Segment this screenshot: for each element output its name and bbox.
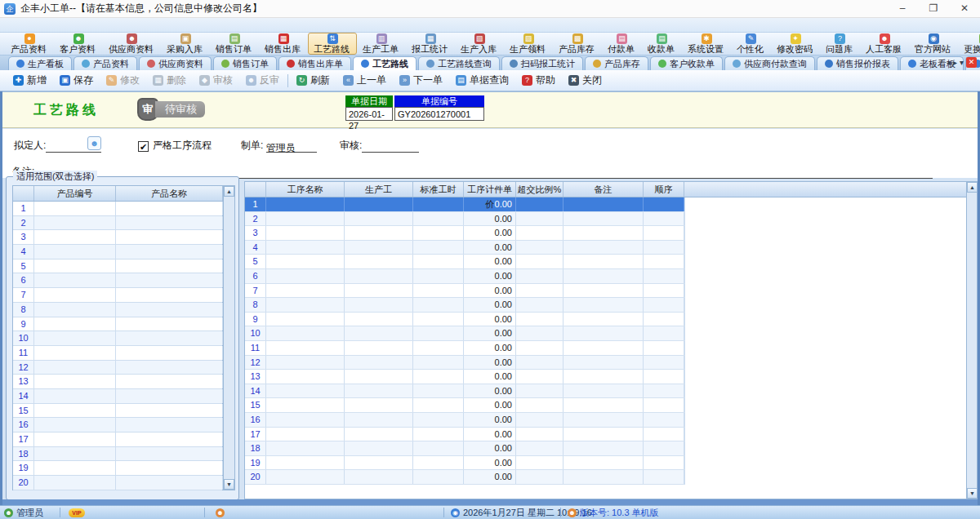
product-code-cell[interactable] (34, 447, 116, 461)
proc-name-cell[interactable] (266, 441, 345, 455)
product-name-cell[interactable] (116, 346, 223, 360)
person-picker-button[interactable]: ☻ (87, 136, 101, 150)
proc-std-hours-cell[interactable] (413, 413, 464, 427)
proc-name-cell[interactable] (266, 226, 345, 240)
toolbar-button[interactable]: ✎ 个性化 (731, 33, 771, 55)
proc-order-cell[interactable] (644, 313, 684, 326)
proc-name-cell[interactable] (266, 212, 345, 226)
action-button[interactable]: ✚ 新增 (7, 73, 53, 87)
toolbar-button[interactable]: ▤ 销售订单 (210, 33, 259, 55)
proc-std-hours-cell[interactable] (413, 197, 464, 211)
action-button[interactable]: ☻ 反审 (239, 73, 286, 87)
proc-name-cell[interactable] (266, 413, 345, 427)
proc-order-cell[interactable] (644, 398, 684, 412)
proc-worker-cell[interactable] (345, 413, 413, 427)
tab[interactable]: 销售报价报表 (817, 56, 898, 70)
action-button[interactable]: » 下一单 (393, 73, 449, 87)
scope-table-row[interactable]: 10 (13, 331, 222, 346)
proc-name-cell[interactable] (266, 470, 345, 484)
product-code-cell[interactable] (34, 432, 116, 446)
proc-remark-cell[interactable] (564, 470, 644, 484)
proc-over-ratio-cell[interactable] (516, 456, 564, 470)
toolbar-button[interactable]: ▨ 生产领料 (504, 33, 553, 55)
scope-table-row[interactable]: 7 (13, 288, 222, 303)
proc-std-hours-cell[interactable] (413, 255, 464, 268)
proc-name-cell[interactable] (266, 197, 345, 211)
tab[interactable]: 销售出库单 (278, 56, 351, 70)
scroll-down-icon[interactable]: ▼ (967, 488, 978, 499)
scope-table-row[interactable]: 9 (13, 317, 222, 332)
process-table-row[interactable]: 5 0.00 (245, 255, 685, 269)
product-name-cell[interactable] (116, 303, 223, 317)
proc-order-cell[interactable] (644, 269, 684, 283)
proc-worker-cell[interactable] (345, 341, 413, 355)
proc-name-cell[interactable] (266, 269, 345, 283)
proc-over-ratio-cell[interactable] (516, 255, 564, 268)
tab[interactable]: 工艺路线 (353, 56, 416, 70)
proc-name-cell[interactable] (266, 255, 345, 268)
proc-worker-cell[interactable] (345, 356, 413, 370)
proc-worker-cell[interactable] (345, 326, 413, 340)
tab[interactable]: 供应商付款查询 (724, 56, 815, 70)
process-table-row[interactable]: 7 0.00 (245, 284, 685, 299)
toolbar-button[interactable]: ? 问题库 (820, 33, 860, 55)
proc-worker-cell[interactable] (345, 241, 413, 255)
proc-piece-price-cell[interactable]: 0.00 (464, 398, 516, 412)
proc-over-ratio-cell[interactable] (516, 197, 564, 211)
scroll-up-icon[interactable]: ▲ (224, 186, 234, 197)
proc-remark-cell[interactable] (564, 428, 644, 441)
proc-remark-cell[interactable] (564, 298, 644, 312)
proc-remark-cell[interactable] (564, 456, 644, 470)
tab[interactable]: 客户收款单 (650, 56, 723, 70)
proc-worker-cell[interactable] (345, 313, 413, 326)
scope-table-row[interactable]: 15 (13, 404, 222, 419)
proc-piece-price-cell[interactable]: 0.00 (464, 269, 516, 283)
proc-over-ratio-cell[interactable] (516, 269, 564, 283)
product-name-cell[interactable] (116, 389, 223, 403)
proc-order-cell[interactable] (644, 226, 684, 240)
proc-std-hours-cell[interactable] (413, 370, 464, 384)
product-name-cell[interactable] (116, 216, 223, 230)
proc-name-cell[interactable] (266, 298, 345, 312)
toolbar-button[interactable]: ▩ 产品库存 (553, 33, 602, 55)
proc-piece-price-cell[interactable]: 0.00 (464, 413, 516, 427)
product-name-cell[interactable] (116, 418, 223, 432)
proc-piece-price-cell[interactable]: 0.00 (464, 313, 516, 326)
proc-over-ratio-cell[interactable] (516, 298, 564, 312)
product-code-cell[interactable] (34, 461, 116, 475)
proc-name-cell[interactable] (266, 326, 345, 340)
process-table-row[interactable]: 8 0.00 (245, 298, 685, 313)
proc-worker-cell[interactable] (345, 456, 413, 470)
product-name-cell[interactable] (116, 245, 223, 259)
scroll-up-icon[interactable]: ▲ (967, 182, 978, 193)
proc-worker-cell[interactable] (345, 441, 413, 455)
product-name-cell[interactable] (116, 331, 223, 345)
tab-close-icon[interactable]: ✕ (966, 57, 977, 68)
proc-piece-price-cell[interactable]: 0.00 (464, 384, 516, 398)
tab[interactable]: 供应商资料 (139, 56, 212, 70)
scope-table-row[interactable]: 17 (13, 432, 222, 447)
process-table-row[interactable]: 15 0.00 (245, 398, 685, 413)
toolbar-button[interactable]: ▦ 报工统计 (406, 33, 455, 55)
action-button[interactable]: ▤ 单据查询 (449, 73, 515, 87)
scope-table-row[interactable]: 13 (13, 375, 222, 389)
tab-scroll-left-icon[interactable]: ◂ (947, 58, 951, 67)
proc-remark-cell[interactable] (564, 241, 644, 255)
product-name-cell[interactable] (116, 202, 223, 215)
toolbar-button[interactable]: ▦ 更换皮肤▾ (958, 33, 980, 55)
proc-over-ratio-cell[interactable] (516, 428, 564, 441)
scope-table-row[interactable]: 12 (13, 361, 222, 375)
tab[interactable]: 扫码报工统计 (501, 56, 583, 70)
toolbar-button[interactable]: ☻ 人工客服 (860, 33, 909, 55)
product-name-cell[interactable] (116, 432, 223, 446)
proc-remark-cell[interactable] (564, 441, 644, 455)
process-table-row[interactable]: 16 0.00 (245, 413, 685, 428)
proc-std-hours-cell[interactable] (413, 470, 464, 484)
process-table-row[interactable]: 13 0.00 (245, 370, 685, 384)
toolbar-button[interactable]: ◉ 官方网站 (909, 33, 958, 55)
proc-piece-price-cell[interactable]: 0.00 (464, 326, 516, 340)
proc-remark-cell[interactable] (564, 326, 644, 340)
proc-remark-cell[interactable] (564, 255, 644, 268)
proc-remark-cell[interactable] (564, 384, 644, 398)
proc-remark-cell[interactable] (564, 212, 644, 226)
